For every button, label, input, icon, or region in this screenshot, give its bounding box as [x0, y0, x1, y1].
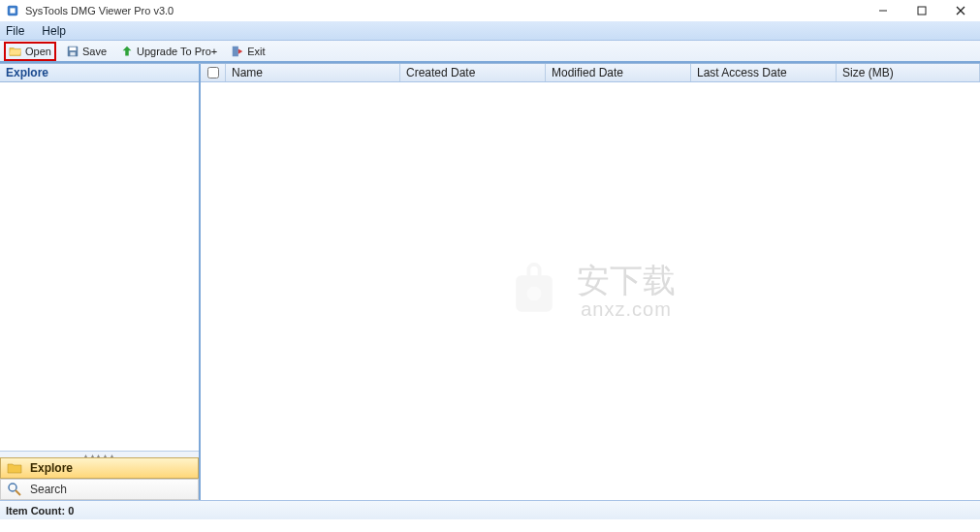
nav-explore[interactable]: Explore: [0, 457, 199, 479]
column-access[interactable]: Last Access Date: [691, 64, 837, 81]
save-label: Save: [82, 46, 107, 57]
menu-help[interactable]: Help: [42, 24, 66, 38]
app-icon: [6, 4, 19, 17]
svg-rect-2: [918, 7, 926, 15]
item-count: Item Count: 0: [6, 505, 74, 516]
content-area: Explore ▴ ▴ ▴ ▴ ▴ Explore Search Na: [0, 63, 980, 500]
column-size[interactable]: Size (MB): [837, 64, 980, 81]
column-name[interactable]: Name: [226, 64, 400, 81]
nav-search-label: Search: [30, 483, 67, 496]
bottom-gap: [0, 519, 980, 532]
window-title: SysTools DMG Viewer Pro v3.0: [25, 5, 174, 16]
open-button[interactable]: Open: [4, 42, 56, 61]
nav-search[interactable]: Search: [0, 479, 199, 500]
left-panel: Explore ▴ ▴ ▴ ▴ ▴ Explore Search: [0, 64, 201, 500]
svg-point-11: [527, 286, 542, 300]
folder-icon: [7, 460, 22, 476]
open-label: Open: [25, 46, 51, 57]
right-panel: Name Created Date Modified Date Last Acc…: [201, 64, 980, 500]
save-icon: [66, 45, 79, 58]
svg-point-9: [9, 484, 16, 491]
watermark-line1: 安下载: [577, 263, 676, 298]
save-button[interactable]: Save: [62, 43, 111, 60]
close-button[interactable]: [941, 0, 980, 21]
column-created[interactable]: Created Date: [400, 64, 546, 81]
watermark: 安下载 anxz.com: [505, 263, 676, 321]
nav-explore-label: Explore: [30, 461, 73, 475]
grid-header: Name Created Date Modified Date Last Acc…: [201, 64, 980, 82]
search-icon: [7, 482, 22, 497]
grid-body[interactable]: 安下载 anxz.com: [201, 82, 980, 500]
menu-file[interactable]: File: [6, 24, 24, 38]
upgrade-button[interactable]: Upgrade To Pro+: [116, 43, 221, 60]
upgrade-icon: [120, 45, 134, 58]
svg-rect-8: [233, 46, 238, 56]
explore-header: Explore: [0, 64, 199, 82]
nav-pane: Explore Search: [0, 457, 199, 500]
exit-label: Exit: [247, 46, 265, 57]
exit-button[interactable]: Exit: [227, 43, 269, 60]
window-controls: [864, 0, 980, 21]
svg-rect-7: [70, 51, 75, 55]
tree-view[interactable]: [0, 82, 199, 452]
statusbar: Item Count: 0: [0, 500, 980, 519]
column-modified[interactable]: Modified Date: [546, 64, 691, 81]
svg-rect-6: [69, 47, 76, 50]
watermark-icon: [505, 263, 563, 321]
column-checkbox[interactable]: [201, 64, 226, 81]
minimize-button[interactable]: [864, 0, 902, 21]
upgrade-label: Upgrade To Pro+: [137, 46, 217, 57]
exit-icon: [231, 45, 244, 58]
select-all-checkbox[interactable]: [207, 67, 219, 78]
menubar: File Help: [0, 21, 980, 41]
svg-line-10: [16, 490, 20, 495]
folder-open-icon: [9, 45, 22, 58]
watermark-line2: anxz.com: [577, 298, 676, 320]
toolbar: Open Save Upgrade To Pro+ Exit: [0, 41, 980, 63]
titlebar: SysTools DMG Viewer Pro v3.0: [0, 0, 980, 21]
maximize-button[interactable]: [902, 0, 941, 21]
